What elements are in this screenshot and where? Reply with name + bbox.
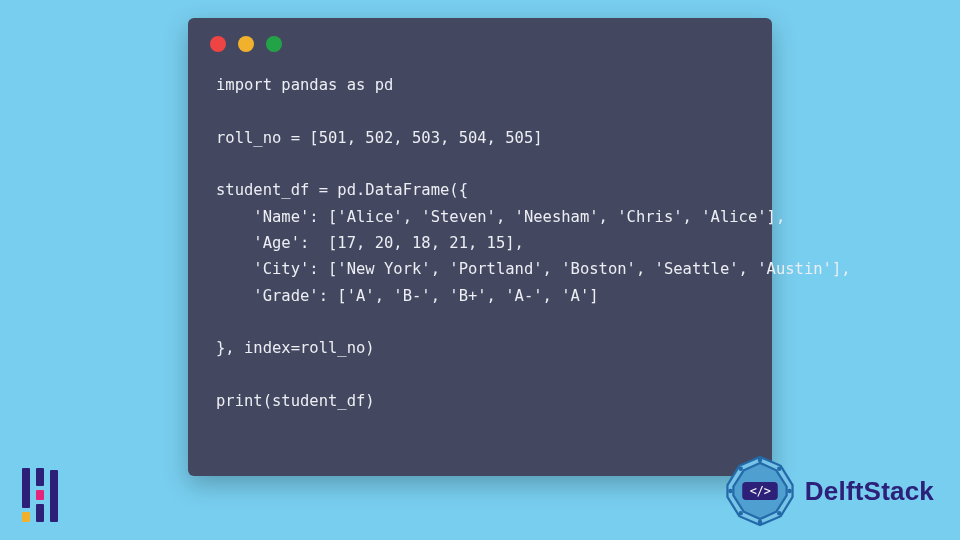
maximize-icon: [266, 36, 282, 52]
window-controls: [188, 18, 772, 58]
svg-text:</>: </>: [749, 484, 770, 498]
svg-point-6: [787, 489, 791, 493]
code-block: import pandas as pd roll_no = [501, 502,…: [188, 58, 772, 434]
svg-point-10: [777, 511, 781, 515]
brand-name: DelftStack: [805, 476, 934, 507]
code-window: import pandas as pd roll_no = [501, 502,…: [188, 18, 772, 476]
svg-point-9: [738, 467, 742, 471]
svg-point-4: [758, 458, 762, 462]
delftstack-logo-icon: </>: [723, 454, 797, 528]
brand-badge: </> DelftStack: [723, 454, 934, 528]
close-icon: [210, 36, 226, 52]
left-logo-icon: [22, 462, 58, 522]
svg-point-8: [777, 467, 781, 471]
svg-point-7: [728, 489, 732, 493]
minimize-icon: [238, 36, 254, 52]
svg-point-11: [738, 511, 742, 515]
svg-point-5: [758, 520, 762, 524]
